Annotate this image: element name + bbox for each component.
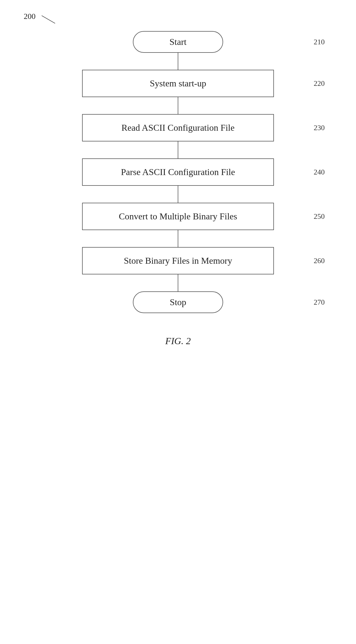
read-ascii-ref: 230	[314, 124, 325, 132]
read-ascii-label: Read ASCII Configuration File	[122, 123, 235, 133]
connector-4	[178, 186, 178, 203]
stop-ref: 270	[314, 298, 325, 307]
connector-3	[178, 141, 178, 158]
system-startup-label: System start-up	[150, 78, 206, 88]
start-terminal: Start	[133, 31, 223, 53]
stop-label: Stop	[170, 297, 186, 307]
store-binary-label: Store Binary Files in Memory	[124, 256, 232, 266]
convert-binary-ref: 250	[314, 212, 325, 221]
start-ref: 210	[314, 38, 325, 46]
convert-binary-process: Convert to Multiple Binary Files	[82, 203, 274, 230]
parse-ascii-row: Parse ASCII Configuration File 240	[57, 158, 299, 186]
system-startup-process: System start-up	[82, 70, 274, 97]
fig-label: FIG. 2	[165, 336, 191, 346]
store-binary-ref: 260	[314, 257, 325, 265]
stop-terminal: Stop	[133, 291, 223, 313]
system-startup-ref: 220	[314, 79, 325, 88]
read-ascii-row: Read ASCII Configuration File 230	[57, 114, 299, 141]
connector-1	[178, 53, 178, 70]
page-container: 200 Start 210 System start-up 220 Read A…	[0, 0, 356, 644]
store-binary-process: Store Binary Files in Memory	[82, 247, 274, 274]
start-row: Start 210	[57, 31, 299, 53]
diagram-ref-label: 200	[24, 12, 36, 21]
parse-ascii-label: Parse ASCII Configuration File	[121, 167, 235, 177]
convert-binary-row: Convert to Multiple Binary Files 250	[57, 203, 299, 230]
parse-ascii-process: Parse ASCII Configuration File	[82, 158, 274, 186]
connector-5	[178, 230, 178, 247]
read-ascii-process: Read ASCII Configuration File	[82, 114, 274, 141]
start-label: Start	[170, 37, 186, 47]
convert-binary-label: Convert to Multiple Binary Files	[119, 211, 237, 221]
system-startup-row: System start-up 220	[57, 70, 299, 97]
flowchart: Start 210 System start-up 220 Read ASCII…	[57, 31, 299, 346]
connector-6	[178, 274, 178, 291]
diagram-ref-arrow	[41, 15, 55, 23]
store-binary-row: Store Binary Files in Memory 260	[57, 247, 299, 274]
connector-2	[178, 97, 178, 114]
stop-row: Stop 270	[57, 291, 299, 313]
parse-ascii-ref: 240	[314, 168, 325, 176]
